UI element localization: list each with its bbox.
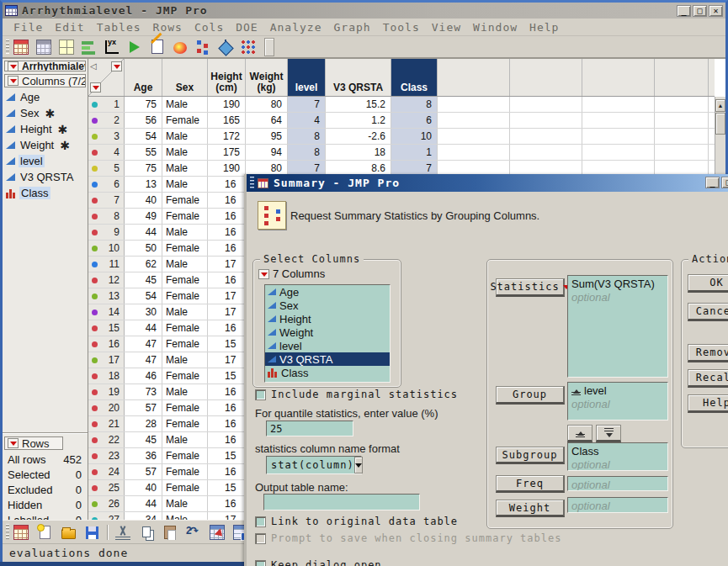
sidebar-column-class[interactable]: Class <box>3 185 88 201</box>
table-cell[interactable]: 6 <box>391 113 438 128</box>
dialog-column-level[interactable]: level <box>265 339 390 352</box>
row-header[interactable]: 2 <box>88 113 125 128</box>
row-state-dot[interactable] <box>92 230 98 235</box>
table-cell[interactable]: 30 <box>125 304 162 320</box>
help-button[interactable]: Help <box>688 394 728 413</box>
row-state-dot[interactable] <box>92 166 98 172</box>
include-marginal-row[interactable]: Include marginal statistics <box>255 389 458 400</box>
table-cell[interactable]: Female <box>162 320 208 336</box>
row-state-dot[interactable] <box>92 389 98 395</box>
dialog-column-sex[interactable]: Sex <box>265 299 390 312</box>
remove-button[interactable]: Remove <box>688 344 728 362</box>
menu-edit[interactable]: Edit <box>49 19 90 35</box>
row-header[interactable]: 9 <box>88 225 125 240</box>
table-cell[interactable] <box>438 97 510 112</box>
table-cell[interactable]: 45 <box>125 272 162 288</box>
table-cell[interactable]: 15 <box>208 368 246 384</box>
table-cell[interactable]: 36 <box>125 448 162 463</box>
menu-graph[interactable]: Graph <box>328 19 377 35</box>
table-cell[interactable]: 50 <box>125 241 162 256</box>
cast-column-item[interactable]: level <box>571 384 664 397</box>
table-cell[interactable]: 8 <box>288 129 326 144</box>
table-cell[interactable] <box>582 129 655 144</box>
table-cell[interactable]: Female <box>162 480 208 495</box>
row-state-dot[interactable] <box>92 198 98 204</box>
table-cell[interactable]: 18 <box>326 145 391 160</box>
table-cell[interactable]: 8 <box>391 97 438 112</box>
sort-ascending-button[interactable] <box>567 425 592 442</box>
table-cell[interactable]: Male <box>162 384 208 399</box>
table-cell[interactable]: 8 <box>288 145 326 160</box>
table-cell[interactable] <box>510 145 582 160</box>
table-cell[interactable]: 16 <box>208 320 246 336</box>
table-cell[interactable]: 13 <box>125 177 162 192</box>
table-cell[interactable]: 45 <box>125 432 162 447</box>
freq-dropzone[interactable]: optional <box>567 476 668 491</box>
row-state-dot[interactable] <box>92 294 98 299</box>
row-state-dot[interactable] <box>92 421 98 427</box>
row-state-dot[interactable] <box>92 102 98 108</box>
close-button[interactable]: ✕ <box>709 5 723 17</box>
cast-column-item[interactable]: Class <box>571 444 664 458</box>
row-state-dot[interactable] <box>92 182 98 188</box>
menu-tools[interactable]: Tools <box>377 19 426 35</box>
table-cell[interactable]: 44 <box>125 225 162 240</box>
statistics-button[interactable]: Statistics <box>496 278 565 297</box>
dialog-column-height[interactable]: Height <box>265 312 390 325</box>
table-cell[interactable]: 62 <box>125 257 162 272</box>
table-cell[interactable]: Female <box>162 209 208 224</box>
table-cell[interactable]: 16 <box>208 464 246 479</box>
include-marginal-checkbox[interactable] <box>255 389 266 400</box>
row-state-dot[interactable] <box>92 485 98 491</box>
table-cell[interactable]: 16 <box>208 193 246 208</box>
table-cell[interactable]: Male <box>162 496 208 511</box>
row-header[interactable]: 23 <box>88 448 125 463</box>
table-cell[interactable]: Female <box>162 448 208 463</box>
table-cell[interactable]: 80 <box>246 97 288 112</box>
sidebar-column-sex[interactable]: Sex✱ <box>3 105 88 121</box>
row-header[interactable]: 4 <box>88 145 125 160</box>
row-header[interactable]: 25 <box>88 480 125 495</box>
row-header[interactable]: 15 <box>88 320 125 336</box>
rows-menu-icon[interactable] <box>90 82 101 93</box>
row-state-dot[interactable] <box>92 437 98 443</box>
new-data-table-icon[interactable] <box>13 39 29 56</box>
toolbar-overflow-handle[interactable] <box>264 38 274 56</box>
table-cell[interactable]: 75 <box>125 161 162 176</box>
dialog-minimize-button[interactable]: _ <box>705 177 720 188</box>
row-header[interactable]: 21 <box>88 416 125 431</box>
group-button[interactable]: Group <box>496 386 565 405</box>
subgroup-dropzone[interactable]: Classoptional <box>567 442 668 471</box>
table-cell[interactable]: Female <box>162 113 208 128</box>
dialog-column-v3-qrsta[interactable]: V3 QRSTA <box>265 352 390 366</box>
link-original-row[interactable]: Link to original data table <box>255 516 458 527</box>
main-titlebar[interactable]: Arrhythmialevel - JMP Pro _ □ ✕ <box>3 3 725 19</box>
sidebar-column-level[interactable]: level <box>3 153 88 169</box>
table-cell[interactable]: Male <box>162 129 208 144</box>
table-cell[interactable]: 17 <box>208 352 246 368</box>
cancel-button[interactable]: Cancel <box>688 303 728 321</box>
maximize-button[interactable]: □ <box>693 5 707 17</box>
row-header[interactable]: 18 <box>88 368 125 384</box>
table-cell[interactable] <box>438 145 510 160</box>
sidebar-column-height[interactable]: Height✱ <box>3 121 88 137</box>
table-cell[interactable]: 28 <box>125 416 162 431</box>
menu-doe[interactable]: DOE <box>230 19 263 35</box>
row-state-dot[interactable] <box>92 469 98 475</box>
table-cell[interactable]: Female <box>162 272 208 288</box>
row-state-dot[interactable] <box>92 405 98 411</box>
open-folder-icon[interactable] <box>60 524 77 541</box>
table-cell[interactable] <box>655 145 709 160</box>
name-format-dropdown[interactable]: stat(column) <box>266 456 362 474</box>
table-cell[interactable]: Male <box>162 161 208 176</box>
table-cell[interactable] <box>655 113 709 128</box>
paste-icon[interactable] <box>162 524 178 541</box>
edit-script-icon[interactable] <box>149 39 166 56</box>
red-triangle-icon[interactable] <box>8 61 19 71</box>
table-cell[interactable]: 56 <box>125 113 162 128</box>
keep-open-row[interactable]: Keep dialog open <box>255 559 382 566</box>
table-cell[interactable]: 165 <box>208 113 246 128</box>
menu-help[interactable]: Help <box>523 19 565 35</box>
goto-table-icon[interactable] <box>209 524 226 541</box>
graph-bars-icon[interactable] <box>81 39 98 56</box>
